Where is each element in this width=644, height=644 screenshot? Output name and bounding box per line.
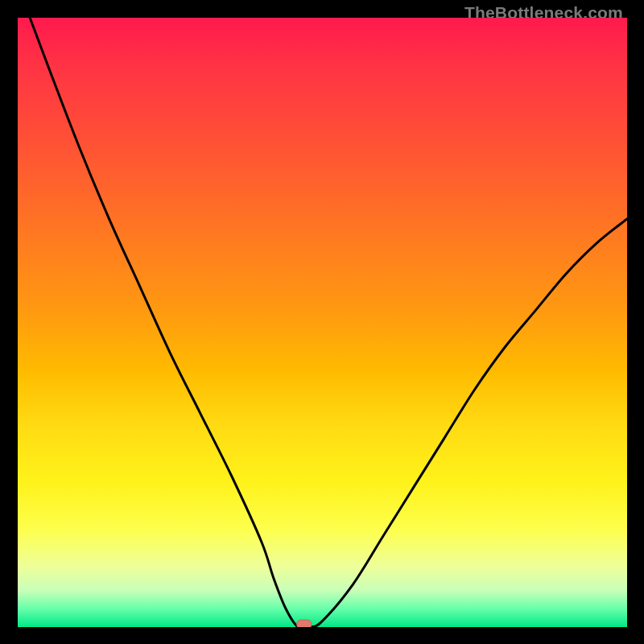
chart-container: TheBottleneck.com xyxy=(0,0,644,644)
curve-svg xyxy=(18,18,627,627)
optimum-marker xyxy=(297,620,312,627)
plot-area xyxy=(18,18,627,627)
bottleneck-curve xyxy=(30,18,627,627)
